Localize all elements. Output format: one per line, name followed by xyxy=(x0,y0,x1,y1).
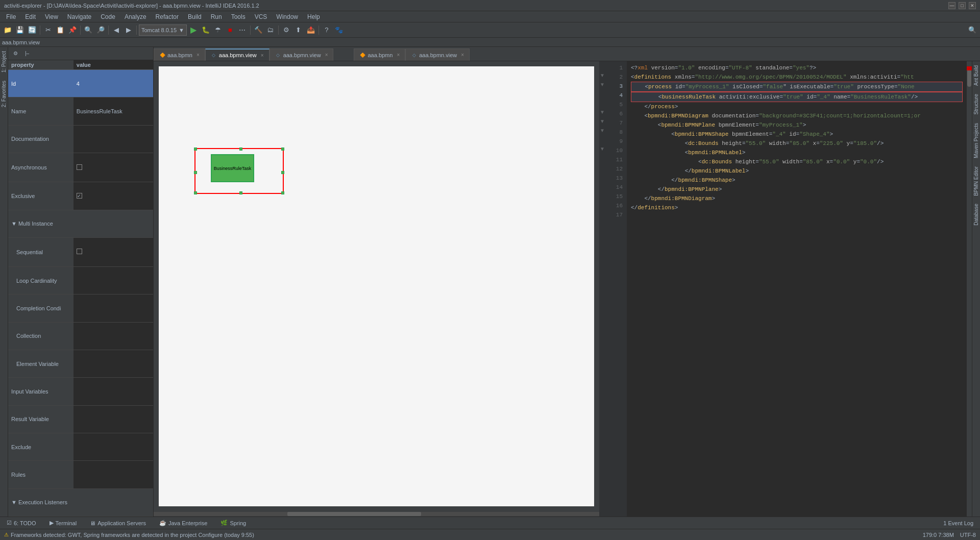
help-btn[interactable]: ? xyxy=(321,24,332,36)
prop-row-collection[interactable]: Collection xyxy=(8,322,153,350)
run-config-dropdown[interactable]: Tomcat 8.0.15 ▼ xyxy=(139,24,187,36)
more-btn[interactable]: ⋯ xyxy=(237,24,248,36)
code-editor-content[interactable]: <?xml version="1.0" encoding="UTF-8" sta… xyxy=(627,61,967,517)
fold-line7[interactable]: ▼ xyxy=(599,116,605,126)
prop-row-result-variable[interactable]: Result Variable xyxy=(8,405,153,433)
tab-aaa-bpmn-1[interactable]: 🔶 aaa.bpmn × xyxy=(154,48,205,61)
menu-file[interactable]: File xyxy=(2,12,20,21)
search-everywhere-btn[interactable]: 🔍 xyxy=(967,24,978,36)
prop-row-loop-cardinality[interactable]: Loop Cardinality xyxy=(8,267,153,294)
tab-close-2[interactable]: × xyxy=(261,53,264,58)
menu-edit[interactable]: Edit xyxy=(21,12,40,21)
prop-row-exclusive[interactable]: Exclusive ✓ xyxy=(8,182,153,210)
fold-line2[interactable]: ▼ xyxy=(599,70,605,80)
minimize-btn[interactable]: — xyxy=(948,2,955,9)
cut-btn[interactable]: ✂ xyxy=(42,24,54,36)
prop-row-documentation[interactable]: Documentation xyxy=(8,125,153,153)
asynchronous-checkbox[interactable] xyxy=(77,164,82,170)
open-btn[interactable]: 📁 xyxy=(2,24,13,36)
menu-help[interactable]: Help xyxy=(303,12,324,21)
edit-tab-icon[interactable]: |– xyxy=(23,50,31,57)
sidebar-structure[interactable]: Structure xyxy=(972,90,980,119)
menu-analyze[interactable]: Analyze xyxy=(120,12,151,21)
menu-build[interactable]: Build xyxy=(184,12,206,21)
fold-line3[interactable]: ▼ xyxy=(599,80,605,89)
sidebar-maven-projects[interactable]: Maven Projects xyxy=(972,119,980,162)
debug-btn[interactable]: 🐛 xyxy=(200,24,211,36)
status-message[interactable]: Frameworks detected: GWT, Spring framewo… xyxy=(11,532,254,538)
run-btn[interactable]: ▶ xyxy=(188,24,199,36)
prop-value-collection[interactable] xyxy=(74,322,153,350)
close-btn[interactable]: ✕ xyxy=(969,2,976,9)
replace-btn[interactable]: 🔎 xyxy=(95,24,106,36)
menu-code[interactable]: Code xyxy=(96,12,119,21)
settings-tab-icon[interactable]: ⚙ xyxy=(11,50,20,57)
prop-value-result-variable[interactable] xyxy=(74,405,153,433)
build-btn[interactable]: 🔨 xyxy=(253,24,264,36)
tab-event-log[interactable]: 1 Event Log xyxy=(939,519,978,528)
sidebar-favorites-tab[interactable]: 2: Favorites xyxy=(0,77,8,111)
prop-value-sequential[interactable] xyxy=(74,237,153,266)
tab-application-servers[interactable]: 🖥 Application Servers xyxy=(85,519,151,528)
menu-view[interactable]: View xyxy=(41,12,62,21)
menu-tools[interactable]: Tools xyxy=(227,12,250,21)
handle-ml[interactable] xyxy=(194,171,197,174)
prop-row-name[interactable]: Name BusinessRuleTask xyxy=(8,97,153,125)
fold-line6[interactable]: ▼ xyxy=(599,107,605,116)
settings-btn[interactable]: ⚙ xyxy=(281,24,292,36)
prop-value-input-variables[interactable] xyxy=(74,378,153,405)
tab-todo[interactable]: ☑ 6: TODO xyxy=(2,518,41,528)
prop-value-rules[interactable] xyxy=(74,461,153,488)
fold-line8[interactable]: ▼ xyxy=(599,126,605,135)
extra-btn[interactable]: 🐾 xyxy=(333,24,345,36)
prop-row-element-variable[interactable]: Element Variable xyxy=(8,350,153,378)
tab-aaa-bpmn-view-3[interactable]: ◇ aaa.bpmn.view × xyxy=(405,48,470,61)
vcs-commit-btn[interactable]: 📤 xyxy=(305,24,316,36)
tab-terminal[interactable]: ▶ Terminal xyxy=(45,518,82,528)
prop-row-id[interactable]: Id 4 xyxy=(8,70,153,97)
tab-close-4[interactable]: × xyxy=(397,52,400,58)
handle-bl[interactable] xyxy=(194,191,197,194)
copy-btn[interactable]: 📋 xyxy=(55,24,66,36)
back-btn[interactable]: ◀ xyxy=(111,24,122,36)
error-indicator[interactable] xyxy=(967,66,972,70)
menu-vcs[interactable]: VCS xyxy=(251,12,272,21)
prop-row-input-variables[interactable]: Input Variables xyxy=(8,378,153,405)
bpmn-canvas[interactable]: BusinessRuleTask xyxy=(159,66,594,506)
tab-close-3[interactable]: × xyxy=(325,52,328,58)
sequential-checkbox[interactable] xyxy=(77,249,82,254)
canvas-hscroll-track[interactable] xyxy=(154,512,599,516)
prop-value-loop-cardinality[interactable] xyxy=(74,267,153,294)
prop-value-exclude[interactable] xyxy=(74,433,153,460)
sidebar-ant-build[interactable]: Ant Build xyxy=(972,61,980,90)
bpmn-task-element[interactable]: BusinessRuleTask xyxy=(211,154,254,182)
fold-line10[interactable]: ▼ xyxy=(599,144,605,153)
prop-value-asynchronous[interactable] xyxy=(74,153,153,182)
prop-row-asynchronous[interactable]: Asynchronous xyxy=(8,153,153,182)
find-btn[interactable]: 🔍 xyxy=(83,24,94,36)
prop-value-documentation[interactable] xyxy=(74,125,153,153)
handle-bc[interactable] xyxy=(239,191,242,194)
window-controls[interactable]: — □ ✕ xyxy=(948,2,976,9)
sync-btn[interactable]: 🔄 xyxy=(27,24,38,36)
tab-java-enterprise[interactable]: ☕ Java Enterprise xyxy=(155,518,212,528)
handle-mr[interactable] xyxy=(281,171,284,174)
sidebar-bpmn-editor[interactable]: BPMN Editor xyxy=(972,162,980,200)
execution-listeners-toggle[interactable]: ▼ Execution Listeners xyxy=(11,499,67,505)
prop-value-completion-condi[interactable] xyxy=(74,294,153,322)
prop-value-id[interactable]: 4 xyxy=(74,70,153,97)
exclusive-checkbox[interactable]: ✓ xyxy=(77,193,82,199)
maximize-btn[interactable]: □ xyxy=(959,2,966,9)
menu-run[interactable]: Run xyxy=(207,12,226,21)
tab-close-5[interactable]: × xyxy=(461,52,464,58)
prop-row-completion-condi[interactable]: Completion Condi xyxy=(8,294,153,322)
prop-row-rules[interactable]: Rules xyxy=(8,461,153,488)
prop-row-exclude[interactable]: Exclude xyxy=(8,433,153,460)
stop-btn[interactable]: ■ xyxy=(225,24,236,36)
tab-aaa-bpmn-view-2[interactable]: ◇ aaa.bpmn.view × xyxy=(270,48,334,61)
tab-aaa-bpmn-2[interactable]: 🔶 aaa.bpmn × xyxy=(354,48,405,61)
paste-btn[interactable]: 📌 xyxy=(67,24,78,36)
menu-navigate[interactable]: Navigate xyxy=(63,12,95,21)
prop-value-exclusive[interactable]: ✓ xyxy=(74,182,153,210)
vcs-update-btn[interactable]: ⬆ xyxy=(293,24,304,36)
